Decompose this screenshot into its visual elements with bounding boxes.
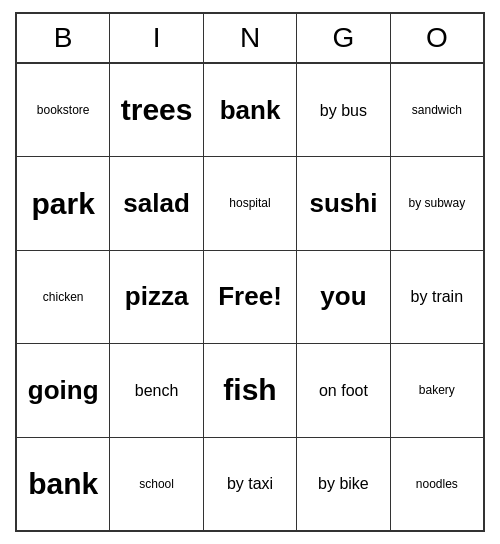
bingo-cell: bank — [204, 64, 297, 156]
bingo-cell: by bus — [297, 64, 390, 156]
bingo-cell: trees — [110, 64, 203, 156]
bingo-cell: bench — [110, 344, 203, 436]
bingo-cell: sandwich — [391, 64, 483, 156]
bingo-row: parksaladhospitalsushiby subway — [17, 157, 483, 250]
bingo-cell: going — [17, 344, 110, 436]
bingo-row: chickenpizzaFree!youby train — [17, 251, 483, 344]
bingo-cell: bakery — [391, 344, 483, 436]
bingo-cell: Free! — [204, 251, 297, 343]
bingo-cell: chicken — [17, 251, 110, 343]
header-letter: N — [204, 14, 297, 62]
bingo-row: bankschoolby taxiby bikenoodles — [17, 438, 483, 530]
bingo-cell: salad — [110, 157, 203, 249]
bingo-header: BINGO — [17, 14, 483, 64]
bingo-cell: hospital — [204, 157, 297, 249]
bingo-cell: you — [297, 251, 390, 343]
header-letter: B — [17, 14, 110, 62]
bingo-card: BINGO bookstoretreesbankby bussandwichpa… — [15, 12, 485, 532]
bingo-cell: bank — [17, 438, 110, 530]
bingo-cell: bookstore — [17, 64, 110, 156]
bingo-cell: school — [110, 438, 203, 530]
bingo-cell: by taxi — [204, 438, 297, 530]
bingo-cell: noodles — [391, 438, 483, 530]
bingo-cell: pizza — [110, 251, 203, 343]
header-letter: G — [297, 14, 390, 62]
bingo-cell: park — [17, 157, 110, 249]
bingo-body: bookstoretreesbankby bussandwichparksala… — [17, 64, 483, 530]
bingo-cell: by train — [391, 251, 483, 343]
bingo-cell: on foot — [297, 344, 390, 436]
bingo-row: goingbenchfishon footbakery — [17, 344, 483, 437]
bingo-cell: by bike — [297, 438, 390, 530]
bingo-row: bookstoretreesbankby bussandwich — [17, 64, 483, 157]
bingo-cell: by subway — [391, 157, 483, 249]
header-letter: O — [391, 14, 483, 62]
bingo-cell: sushi — [297, 157, 390, 249]
header-letter: I — [110, 14, 203, 62]
bingo-cell: fish — [204, 344, 297, 436]
